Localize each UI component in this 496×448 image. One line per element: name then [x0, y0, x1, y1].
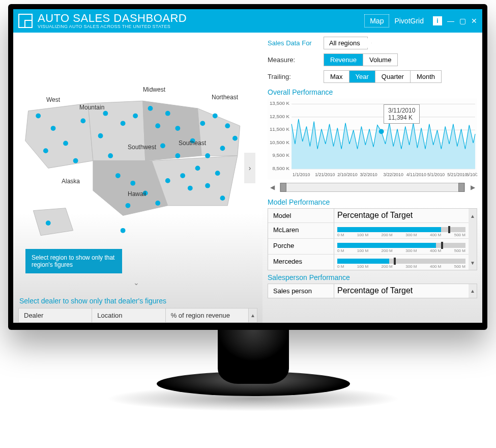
window-minimize-button[interactable]: — — [447, 17, 454, 25]
trailing-segmented: Max Year Quarter Month — [324, 70, 442, 83]
tooltip-date: 3/11/2010 — [388, 107, 415, 114]
app-logo-icon — [18, 14, 33, 28]
model-perf-grid[interactable]: Model Percentage of Target McLaren0 M100… — [268, 208, 477, 270]
info-button[interactable]: i — [433, 16, 442, 25]
dealer-prompt: Select dealer to show only that dealer's… — [18, 294, 257, 308]
map-expand-button[interactable]: ⌄ — [133, 278, 139, 287]
svg-point-24 — [143, 190, 148, 195]
col-pct-target[interactable]: Percentage of Target — [334, 209, 469, 222]
titlebar-text: AUTO SALES DASHBOARD VISUALIZING AUTO SA… — [38, 13, 187, 29]
svg-point-26 — [126, 203, 131, 208]
right-panel: Sales Data For All regions Measure: Reve… — [262, 33, 482, 323]
measure-volume[interactable]: Volume — [363, 54, 397, 66]
measure-revenue[interactable]: Revenue — [324, 54, 363, 66]
model-row[interactable]: Mercedes0 M100 M200 M300 M400 M500 M — [268, 255, 469, 270]
window-maximize-button[interactable]: ▢ — [459, 17, 466, 25]
model-scrollbar[interactable] — [469, 223, 477, 256]
svg-text:3/2/2010: 3/2/2010 — [360, 172, 377, 177]
dealer-scroll-up[interactable]: ▲ — [249, 309, 257, 322]
app-window: AUTO SALES DASHBOARD VISUALIZING AUTO SA… — [13, 9, 482, 323]
svg-text:8,500 K: 8,500 K — [272, 165, 289, 171]
sales-data-label: Sales Data For — [268, 39, 324, 47]
chart-hover-point — [379, 129, 384, 134]
region-breadcrumb[interactable]: All regions — [324, 37, 368, 49]
slider-thumb-right[interactable] — [458, 183, 464, 192]
model-name: Mercedes — [268, 255, 334, 270]
model-scroll-down[interactable]: ▼ — [469, 256, 477, 270]
model-row[interactable]: Porche0 M100 M200 M300 M400 M500 M — [268, 239, 469, 255]
svg-text:11,500 K: 11,500 K — [270, 126, 290, 132]
trailing-label: Trailing: — [268, 73, 324, 80]
measure-segmented: Revenue Volume — [324, 53, 398, 66]
app-title: AUTO SALES DASHBOARD — [38, 13, 187, 24]
model-row[interactable]: McLaren0 M100 M200 M300 M400 M500 M — [268, 223, 469, 239]
salesperson-scroll-up[interactable]: ▲ — [469, 284, 477, 298]
svg-point-14 — [175, 153, 180, 158]
col-pct[interactable]: % of region revenue — [166, 309, 249, 322]
svg-text:1/1/2010: 1/1/2010 — [293, 172, 310, 177]
svg-text:2/10/2010: 2/10/2010 — [337, 172, 357, 177]
window-close-button[interactable]: ✕ — [471, 17, 477, 25]
svg-text:10,500 K: 10,500 K — [270, 139, 290, 145]
model-perf-header: Model Percentage of Target — [268, 209, 469, 223]
svg-point-37 — [121, 228, 126, 233]
trailing-year[interactable]: Year — [349, 71, 375, 82]
monitor-bezel: AUTO SALES DASHBOARD VISUALIZING AUTO SA… — [8, 4, 487, 330]
model-scroll-up[interactable]: ▲ — [469, 209, 477, 223]
overall-chart[interactable]: 13,500 K 12,500 K 11,500 K 10,500 K 9,50… — [268, 98, 477, 180]
slider-track[interactable] — [280, 183, 465, 192]
col-sp-pct-target[interactable]: Percentage of Target — [334, 284, 469, 298]
trailing-month[interactable]: Month — [411, 71, 441, 82]
dealer-grid[interactable]: Dealer Location % of region revenue ▲ — [18, 308, 257, 323]
svg-point-12 — [175, 126, 180, 131]
svg-point-32 — [215, 171, 220, 176]
svg-text:9,500 K: 9,500 K — [272, 152, 289, 158]
svg-point-7 — [121, 121, 126, 126]
col-dealer[interactable]: Dealer — [19, 309, 92, 322]
svg-point-27 — [165, 178, 170, 183]
svg-point-28 — [180, 173, 185, 178]
titlebar: AUTO SALES DASHBOARD VISUALIZING AUTO SA… — [13, 9, 482, 33]
trailing-quarter[interactable]: Quarter — [375, 71, 411, 82]
us-map[interactable]: West Mountain Midwest Northeast Southwes… — [18, 38, 257, 294]
app-subtitle: VISUALIZING AUTO SALES ACROSS THE UNITED… — [38, 24, 187, 29]
svg-text:12,500 K: 12,500 K — [270, 114, 290, 119]
salesperson-perf-header: Sales person Percentage of Target — [268, 284, 469, 298]
svg-point-4 — [80, 118, 85, 123]
svg-text:5/21/2010: 5/21/2010 — [447, 172, 467, 177]
col-model[interactable]: Model — [268, 209, 334, 222]
col-location[interactable]: Location — [92, 309, 165, 322]
svg-point-13 — [160, 143, 165, 148]
model-name: Porche — [268, 239, 334, 254]
salesperson-perf-grid[interactable]: Sales person Percentage of Target ▲ — [268, 284, 477, 298]
svg-point-2 — [43, 148, 48, 153]
svg-point-23 — [130, 181, 135, 186]
svg-point-15 — [190, 138, 195, 144]
svg-text:4/11/2010: 4/11/2010 — [406, 172, 426, 177]
slider-left-button[interactable]: ◀ — [268, 184, 277, 191]
measure-label: Measure: — [268, 56, 324, 64]
salesperson-perf-title: Salesperson Performance — [268, 273, 477, 282]
trailing-max[interactable]: Max — [324, 71, 349, 82]
slider-right-button[interactable]: ▶ — [468, 184, 477, 191]
svg-point-19 — [232, 136, 238, 141]
nav-pivotgrid-button[interactable]: PivotGrid — [389, 15, 429, 27]
dealer-grid-header: Dealer Location % of region revenue ▲ — [19, 309, 257, 322]
slider-thumb-left[interactable] — [280, 183, 286, 192]
model-bar-cell: 0 M100 M200 M300 M400 M500 M — [334, 239, 469, 254]
svg-text:5/1/2010: 5/1/2010 — [427, 172, 445, 177]
svg-text:13,500 K: 13,500 K — [270, 100, 290, 106]
svg-point-20 — [220, 146, 225, 151]
model-perf-title: Model Performance — [268, 198, 477, 206]
svg-point-30 — [188, 186, 193, 191]
col-salesperson[interactable]: Sales person — [268, 284, 334, 298]
overall-title: Overall Performance — [268, 88, 477, 96]
svg-point-1 — [51, 126, 56, 131]
svg-text:1/21/2010: 1/21/2010 — [315, 172, 335, 177]
model-name: McLaren — [268, 223, 334, 238]
svg-point-22 — [115, 173, 121, 178]
content: West Mountain Midwest Northeast Southwes… — [13, 33, 482, 323]
svg-point-35 — [73, 158, 78, 163]
map-next-button[interactable]: › — [244, 153, 255, 183]
nav-map-button[interactable]: Map — [364, 14, 389, 27]
